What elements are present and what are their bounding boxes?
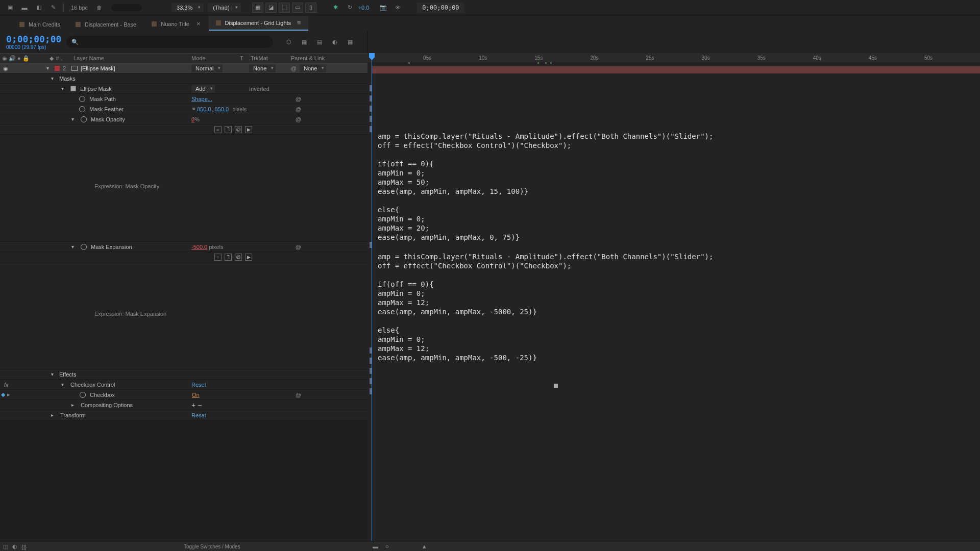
- toggle-switches-modes[interactable]: Toggle Switches / Modes: [184, 544, 240, 549]
- effects-group-row[interactable]: ▾Effects: [0, 369, 368, 380]
- motion-blur-icon[interactable]: ◐: [328, 36, 341, 47]
- mask-toggle-icon[interactable]: ◪: [265, 3, 277, 13]
- transparency-grid-icon[interactable]: ▦: [252, 3, 263, 13]
- mask-path-row[interactable]: Mask Path Shape... @: [0, 94, 368, 104]
- checkbox-value[interactable]: On: [192, 392, 200, 398]
- twirl-icon[interactable]: ▾: [71, 116, 77, 122]
- mask-mode-dropdown[interactable]: Add: [191, 85, 215, 93]
- color-mgmt-icon[interactable]: ✱: [330, 2, 342, 14]
- feather-y[interactable]: 850.0: [215, 106, 229, 112]
- expr-pickwhip-icon[interactable]: @: [235, 126, 242, 133]
- mask-expansion-row[interactable]: ▾Mask Expansion -500.0 pixels @: [0, 242, 368, 252]
- shape-link[interactable]: Shape...: [191, 96, 212, 102]
- checkbox-property-row[interactable]: ◆▸ Checkbox On @: [0, 390, 368, 400]
- expr-language-icon[interactable]: ▶: [245, 254, 252, 261]
- expr-graph-icon[interactable]: ⅂: [225, 254, 232, 261]
- snapshot-icon[interactable]: 📷: [377, 2, 389, 14]
- checkbox-control-row[interactable]: fx ▾Checkbox Control Reset: [0, 380, 368, 390]
- stopwatch-icon[interactable]: [80, 392, 86, 398]
- comp-flowchart-icon[interactable]: ⬡: [282, 36, 296, 47]
- layer-duration-bar[interactable]: [372, 66, 980, 73]
- resolution-dropdown[interactable]: (Third): [208, 3, 240, 12]
- keyframe-marker[interactable]: [554, 384, 558, 388]
- inverted-label[interactable]: Inverted: [240, 86, 270, 92]
- plus-icon[interactable]: +: [191, 401, 195, 409]
- twirl-icon[interactable]: ▸: [51, 412, 56, 418]
- expansion-value[interactable]: -500.0: [191, 244, 207, 250]
- channel-icon[interactable]: ▯: [305, 3, 316, 13]
- twirl-icon[interactable]: ▾: [61, 86, 66, 91]
- pickwhip-icon[interactable]: @: [296, 244, 301, 250]
- bpc-label[interactable]: 16 bpc: [68, 5, 91, 11]
- toggle-panes-icon[interactable]: {|}: [21, 544, 27, 550]
- brainstorm-icon[interactable]: ◐: [12, 543, 17, 550]
- expression-editor-expansion[interactable]: amp = thisComp.layer("Rituals - Amplitud…: [378, 252, 713, 362]
- expr-language-icon[interactable]: ▶: [245, 126, 252, 133]
- visibility-eye-icon[interactable]: ◉: [3, 65, 9, 71]
- keyframe-nav-diamond-icon[interactable]: ◆: [1, 391, 5, 398]
- mask-enable-checkbox[interactable]: [70, 86, 76, 91]
- pickwhip-icon[interactable]: @: [291, 65, 297, 71]
- preview-timecode[interactable]: 0;00;00;00: [417, 3, 464, 13]
- layer-search-input[interactable]: 🔍: [66, 36, 273, 48]
- minus-icon[interactable]: −: [198, 401, 202, 409]
- label-column-icon[interactable]: ◆: [50, 55, 54, 62]
- effect-name[interactable]: Checkbox Control: [70, 382, 115, 388]
- pickwhip-icon[interactable]: @: [296, 106, 301, 112]
- tab-nuano-title[interactable]: Nuano Title×: [144, 17, 207, 31]
- draft3d-icon[interactable]: ▦: [298, 36, 311, 47]
- transform-group-row[interactable]: ▸Transform Reset: [0, 410, 368, 420]
- expr-enable-icon[interactable]: =: [214, 126, 222, 133]
- zoom-slider-knob-icon[interactable]: ○: [385, 543, 389, 549]
- graph-editor-icon[interactable]: ▦: [344, 36, 357, 47]
- masks-group-row[interactable]: ▾Masks: [0, 73, 368, 84]
- current-timecode[interactable]: 0;00;00;00: [6, 34, 61, 44]
- brush-icon[interactable]: ✎: [47, 2, 59, 14]
- tab-main-credits[interactable]: Main Credits: [12, 18, 67, 31]
- stopwatch-icon[interactable]: [81, 116, 87, 122]
- slider-small[interactable]: [111, 4, 142, 11]
- mask-name[interactable]: Ellipse Mask: [80, 86, 112, 92]
- exposure-value[interactable]: +0.0: [358, 5, 370, 11]
- mask-opacity-row[interactable]: ▾Mask Opacity 0% @: [0, 114, 368, 124]
- stopwatch-icon[interactable]: [79, 106, 85, 112]
- color-label[interactable]: [55, 66, 60, 71]
- panel-menu-icon[interactable]: ≡: [295, 19, 301, 27]
- eye-column-icon[interactable]: ◉: [2, 55, 7, 62]
- link-icon[interactable]: ⚭: [191, 106, 196, 112]
- pickwhip-icon[interactable]: @: [296, 96, 301, 102]
- lock-column-icon[interactable]: 🔒: [22, 55, 30, 62]
- comp-icon[interactable]: ◧: [33, 2, 45, 14]
- keyframe-nav-next-icon[interactable]: ▸: [7, 391, 10, 398]
- compositing-options-row[interactable]: ▸Compositing Options +−: [0, 400, 368, 410]
- ellipse-mask-row[interactable]: ▾Ellipse Mask Add Inverted: [0, 84, 368, 94]
- twirl-icon[interactable]: ▾: [61, 382, 66, 387]
- close-icon[interactable]: ×: [193, 20, 201, 28]
- folder-icon[interactable]: ▬: [18, 2, 31, 14]
- zoom-out-icon[interactable]: ▬: [373, 543, 378, 549]
- stopwatch-icon[interactable]: [79, 96, 85, 102]
- reset-exposure-icon[interactable]: ↻: [344, 2, 356, 14]
- pickwhip-icon[interactable]: @: [296, 392, 301, 398]
- layer-row[interactable]: ◉ ▾2 [Ellipse Mask] Normal None @None: [0, 63, 368, 73]
- stopwatch-icon[interactable]: [81, 244, 87, 250]
- reset-link[interactable]: Reset: [191, 382, 206, 388]
- layer-name[interactable]: [Ellipse Mask]: [81, 65, 115, 71]
- zoom-in-mountain-icon[interactable]: ▲: [422, 543, 427, 549]
- frame-blend-icon[interactable]: ▤: [313, 36, 326, 47]
- twirl-icon[interactable]: ▸: [71, 402, 77, 408]
- expr-pickwhip-icon[interactable]: @: [235, 254, 242, 261]
- trash-icon[interactable]: 🗑: [93, 2, 105, 14]
- expression-editor-opacity[interactable]: amp = thisComp.layer("Rituals - Amplitud…: [378, 132, 713, 242]
- zoom-dropdown[interactable]: 33.3%: [172, 3, 204, 12]
- tab-displacement-base[interactable]: Displacement - Base: [68, 18, 144, 31]
- time-ruler[interactable]: 05s 10s 15s 20s 25s 30s 35s 40s 45s 50s: [368, 53, 980, 63]
- twirl-icon[interactable]: ▾: [46, 65, 52, 71]
- reset-link[interactable]: Reset: [191, 412, 206, 418]
- show-snapshot-icon[interactable]: 👁: [391, 2, 404, 14]
- mask-feather-row[interactable]: Mask Feather ⚭850.0,850.0 pixels @: [0, 104, 368, 114]
- twirl-icon[interactable]: ▾: [71, 244, 77, 249]
- timeline-tracks-area[interactable]: 05s 10s 15s 20s 25s 30s 35s 40s 45s 50s …: [368, 53, 980, 541]
- blend-mode-dropdown[interactable]: Normal: [191, 64, 223, 72]
- trkmat-dropdown[interactable]: None: [249, 64, 276, 72]
